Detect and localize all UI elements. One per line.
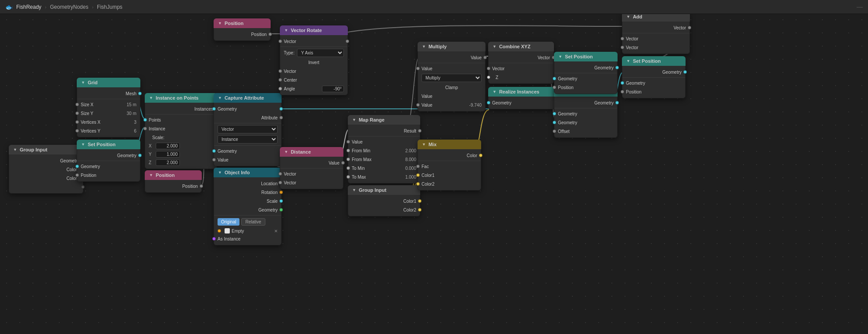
node-multiply-header[interactable]: ▼ Multiply xyxy=(418,42,486,51)
input-instance-socket xyxy=(143,127,147,130)
node-combine-xyz-header[interactable]: ▼ Combine XYZ xyxy=(488,42,554,51)
input-position-label: Position xyxy=(558,85,574,90)
input-points-row: Points xyxy=(145,115,217,124)
node-combine-xyz[interactable]: ▼ Combine XYZ Vector Vector Z xyxy=(488,42,554,84)
node-set-position-mid-body: Geometry Geometry Geometry Offset xyxy=(554,97,618,138)
field-verty-value[interactable]: 6 xyxy=(134,129,136,133)
scale-y-input[interactable] xyxy=(156,151,180,158)
clear-object-button[interactable]: ✕ xyxy=(274,229,278,233)
vector-label: Vector xyxy=(284,39,296,44)
node-add[interactable]: ▼ Add Vector Vector Vector xyxy=(622,12,690,54)
value-input-row: Value -9.740 xyxy=(418,101,485,109)
node-grid[interactable]: ▼ Grid Mesh Size X 15 m Size Y 30 m Vert… xyxy=(77,78,140,137)
output-instances-label: Instances xyxy=(194,107,213,111)
input-geometry-socket xyxy=(553,77,556,80)
output-result-socket xyxy=(418,129,421,133)
node-group-input[interactable]: ▼ Group Input Geometry Color1 Color2 xyxy=(9,145,83,194)
value-input-val[interactable]: -9.740 xyxy=(469,103,482,108)
object-name[interactable]: Empty xyxy=(232,229,271,233)
node-set-position-topright-header[interactable]: ▼ Set Position xyxy=(554,52,618,61)
input-instance-label: Instance xyxy=(149,126,165,131)
io-geometry-row: Geometry xyxy=(214,104,281,113)
to-max-value[interactable]: 1.000 xyxy=(405,175,416,180)
input-geometry-row: Geometry xyxy=(554,74,617,83)
multiply-dropdown[interactable]: Multiply xyxy=(421,74,482,82)
output-result-row: Result xyxy=(348,126,420,135)
instance-dropdown[interactable]: Instance xyxy=(218,135,278,144)
node-set-position-left[interactable]: ▼ Set Position Geometry Geometry Positio… xyxy=(77,140,140,182)
as-instance-label: As Instance xyxy=(218,237,240,241)
node-set-position-final[interactable]: ▼ Set Position Geometry Geometry Positio… xyxy=(622,56,686,98)
scale-z-input[interactable] xyxy=(156,159,180,166)
node-group-input-header[interactable]: ▼ Group Input xyxy=(9,145,83,154)
from-min-value[interactable]: 2.000 xyxy=(405,148,416,153)
value-input-label: Value xyxy=(421,103,469,108)
node-position-left[interactable]: ▼ Position Position xyxy=(145,170,202,193)
node-object-info[interactable]: ▼ Object Info Location Rotation Scale Ge… xyxy=(214,168,282,245)
node-mix[interactable]: ▼ Mix Color Fac Color1 Color2 xyxy=(418,140,481,190)
collapse-button[interactable]: — xyxy=(857,3,863,10)
node-map-range[interactable]: ▼ Map Range Result Value From Min 2.000 … xyxy=(348,115,420,183)
node-title: Group Input xyxy=(20,147,47,152)
value-input-socket xyxy=(416,103,420,107)
node-group-input-right[interactable]: ▼ Group Input Color1 Color2 xyxy=(348,185,420,216)
field-vertx-value[interactable]: 3 xyxy=(134,120,136,125)
node-group-input-right-header[interactable]: ▼ Group Input xyxy=(348,185,420,195)
node-position-left-body: Position xyxy=(145,180,202,193)
node-map-range-header[interactable]: ▼ Map Range xyxy=(348,115,420,125)
node-set-position-mid[interactable]: ▼ Set Position Geometry Geometry Geometr… xyxy=(554,87,618,138)
node-object-info-header[interactable]: ▼ Object Info xyxy=(214,168,282,177)
node-realize-instances[interactable]: ▼ Realize Instances Geometry xyxy=(488,87,556,109)
breadcrumb-fishready[interactable]: FishReady xyxy=(16,4,41,10)
node-position-top[interactable]: ▼ Position Position xyxy=(214,18,271,41)
node-title: Add xyxy=(633,14,642,19)
input-position-socket xyxy=(75,173,79,177)
object-field-row: Empty ✕ xyxy=(214,227,281,234)
node-capture-attribute[interactable]: ▼ Capture Attribute Geometry Attribute V… xyxy=(214,93,282,166)
input-geometry-socket xyxy=(553,112,556,115)
input-geometry-socket xyxy=(487,101,490,104)
node-realize-instances-header[interactable]: ▼ Realize Instances xyxy=(488,87,556,97)
node-instance-on-points-body: Instances Points Instance Scale: X Y xyxy=(145,103,217,169)
output-vector-row: Vector xyxy=(622,23,689,32)
node-distance[interactable]: ▼ Distance Value Vector Vector xyxy=(280,147,343,189)
node-mix-header[interactable]: ▼ Mix xyxy=(418,140,481,149)
relative-button[interactable]: Relative xyxy=(241,218,265,226)
node-vector-rotate-header[interactable]: ▼ Vector Rotate xyxy=(280,25,348,35)
node-vector-rotate[interactable]: ▼ Vector Rotate Vector Type: Y Axis Inve… xyxy=(280,25,348,95)
input-vector2-row: Vector xyxy=(622,43,689,52)
from-max-value[interactable]: 8.000 xyxy=(405,157,416,162)
node-multiply[interactable]: ▼ Multiply Value Value Multiply Clamp xyxy=(418,42,486,111)
node-set-position-final-header[interactable]: ▼ Set Position xyxy=(622,56,686,66)
output-instances-row: Instances xyxy=(145,104,217,113)
field-sizex-value[interactable]: 15 m xyxy=(127,102,136,107)
node-set-position-left-header[interactable]: ▼ Set Position xyxy=(77,140,140,149)
to-min-value[interactable]: 0.000 xyxy=(405,166,416,171)
from-max-label: From Max xyxy=(352,157,405,162)
to-min-socket xyxy=(346,166,350,170)
node-position-top-header[interactable]: ▼ Position xyxy=(214,18,271,28)
node-capture-attribute-header[interactable]: ▼ Capture Attribute xyxy=(214,93,282,103)
node-instance-on-points[interactable]: ▼ Instance on Points Instances Points In… xyxy=(145,93,217,169)
node-title: Distance xyxy=(291,149,311,154)
node-group-input-right-body: Color1 Color2 xyxy=(348,195,420,216)
scale-x-input[interactable] xyxy=(156,143,180,149)
output-geometry-row: Geometry xyxy=(554,63,617,72)
node-instance-on-points-header[interactable]: ▼ Instance on Points xyxy=(145,93,217,103)
input-vector-socket xyxy=(487,67,490,70)
original-button[interactable]: Original xyxy=(218,218,239,226)
field-sizey-value[interactable]: 30 m xyxy=(127,111,136,116)
type-dropdown[interactable]: Y Axis xyxy=(297,49,344,57)
angle-input[interactable] xyxy=(322,86,344,92)
output-extra-socket xyxy=(81,185,85,189)
node-set-position-topright[interactable]: ▼ Set Position Geometry Geometry Positio… xyxy=(554,52,618,94)
node-distance-header[interactable]: ▼ Distance xyxy=(280,147,343,157)
node-title: Combine XYZ xyxy=(499,44,531,49)
vector-dropdown[interactable]: Vector xyxy=(218,125,278,133)
breadcrumb-fishjumps[interactable]: FishJumps xyxy=(97,4,122,10)
node-position-left-header[interactable]: ▼ Position xyxy=(145,170,202,180)
node-grid-header[interactable]: ▼ Grid xyxy=(77,78,140,87)
input-vector2-label: Vector xyxy=(284,69,296,74)
output-color1-socket xyxy=(418,199,421,203)
breadcrumb-geometrynodes[interactable]: GeometryNodes xyxy=(50,4,88,10)
